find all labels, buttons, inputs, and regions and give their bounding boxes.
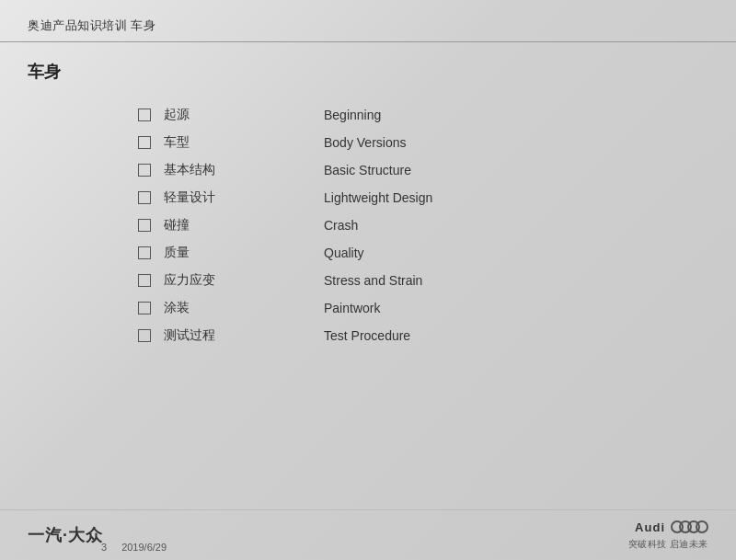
- menu-item: 涂装Paintwork: [138, 294, 598, 322]
- brand-label: 一汽·大众: [28, 524, 103, 546]
- audi-brand-container: Audi: [635, 520, 708, 534]
- checkbox-icon[interactable]: [138, 191, 151, 204]
- audi-text: Audi: [635, 520, 665, 534]
- chinese-label: 基本结构: [164, 162, 237, 178]
- footer-left: 一汽·大众: [28, 524, 103, 546]
- menu-item: 应力应变Stress and Strain: [138, 267, 598, 294]
- english-label: Body Versions: [324, 135, 407, 150]
- checkbox-icon[interactable]: [138, 274, 151, 287]
- page-date: 2019/6/29: [121, 542, 167, 553]
- chinese-label: 质量: [164, 245, 237, 261]
- checkbox-icon[interactable]: [138, 302, 151, 314]
- english-label: Lightweight Design: [324, 190, 432, 205]
- audi-rings-icon: [671, 520, 708, 533]
- menu-item: 测试过程Test Procedure: [138, 322, 598, 349]
- english-label: Paintwork: [324, 301, 380, 315]
- menu-list: 起源Beginning车型Body Versions基本结构Basic Stru…: [138, 101, 598, 349]
- checkbox-icon[interactable]: [138, 219, 151, 232]
- page-number: 3: [101, 542, 107, 553]
- footer-right: Audi 突破科技 启迪未来: [628, 520, 708, 551]
- content-area: 起源Beginning车型Body Versions基本结构Basic Stru…: [0, 92, 736, 359]
- footer: 一汽·大众 3 2019/6/29 Audi 突破科技 启迪未来: [0, 509, 736, 560]
- english-label: Basic Structure: [324, 163, 411, 177]
- menu-item: 基本结构Basic Structure: [138, 156, 598, 184]
- english-label: Crash: [324, 218, 358, 233]
- english-label: Test Procedure: [324, 328, 410, 343]
- menu-item: 轻量设计Lightweight Design: [138, 184, 598, 211]
- checkbox-icon[interactable]: [138, 136, 151, 149]
- chinese-label: 涂装: [164, 300, 237, 316]
- checkbox-icon[interactable]: [138, 164, 151, 177]
- chinese-label: 碰撞: [164, 217, 237, 234]
- chinese-label: 轻量设计: [164, 189, 237, 206]
- english-label: Beginning: [324, 108, 381, 122]
- chinese-label: 车型: [164, 134, 237, 151]
- chinese-label: 测试过程: [164, 327, 237, 344]
- header: 奥迪产品知识培训 车身: [0, 0, 736, 42]
- chinese-label: 起源: [164, 107, 237, 123]
- page-title: 车身: [0, 51, 736, 92]
- english-label: Quality: [324, 246, 364, 260]
- checkbox-icon[interactable]: [138, 246, 151, 259]
- audi-slogan: 突破科技 启迪未来: [628, 538, 708, 551]
- menu-item: 车型Body Versions: [138, 129, 598, 156]
- header-title: 奥迪产品知识培训 车身: [28, 18, 155, 32]
- footer-page-info: 3 2019/6/29: [101, 542, 167, 553]
- menu-item: 质量Quality: [138, 239, 598, 267]
- menu-item: 起源Beginning: [138, 101, 598, 129]
- checkbox-icon[interactable]: [138, 109, 151, 121]
- checkbox-icon[interactable]: [138, 329, 151, 342]
- chinese-label: 应力应变: [164, 272, 237, 289]
- english-label: Stress and Strain: [324, 273, 422, 288]
- menu-item: 碰撞Crash: [138, 211, 598, 239]
